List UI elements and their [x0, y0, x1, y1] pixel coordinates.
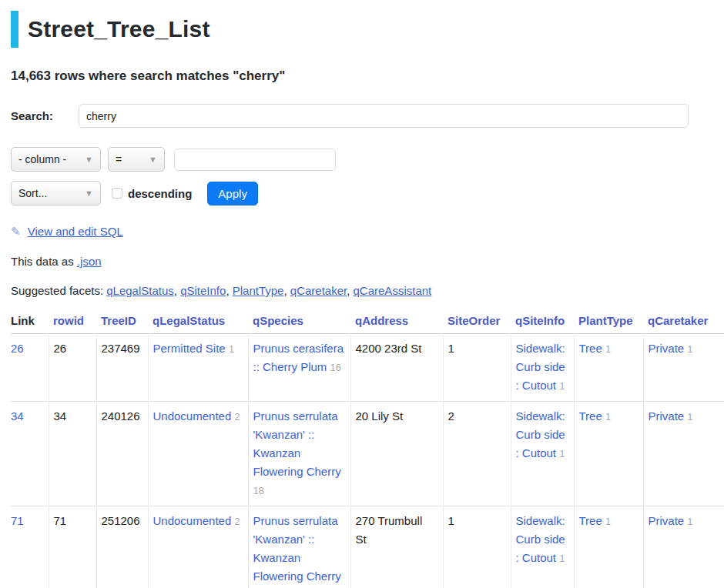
plant-type-cell: Tree 1 — [574, 506, 643, 588]
address-cell: 20 Lily St — [350, 402, 443, 506]
column-header-site-info[interactable]: qSiteInfo — [511, 309, 574, 334]
site-order-cell: 1 — [443, 506, 511, 588]
site-info-cell: Sidewalk: Curb side : Cutout 1 — [511, 402, 574, 506]
site-info-count: 1 — [559, 553, 565, 564]
address-cell: 4200 23rd St — [350, 334, 443, 402]
rowid-cell: 34 — [49, 402, 96, 506]
facets-prefix: Suggested facets: — [11, 284, 106, 297]
species-cell: Prunus cerasifera :: Cherry Plum 16 — [248, 334, 350, 402]
row-link[interactable]: 26 — [11, 342, 24, 355]
column-select[interactable]: - column - ▼ — [11, 147, 101, 172]
table-header-row: Link rowid TreeID qLegalStatus qSpecies … — [11, 309, 724, 334]
site-order-cell: 1 — [443, 334, 511, 402]
sort-row: Sort... ▼ descending Apply — [11, 181, 724, 205]
chevron-down-icon: ▼ — [85, 189, 93, 198]
legal-status-link[interactable]: Undocumented — [153, 409, 232, 423]
row-count-heading: 14,663 rows where search matches "cherry… — [11, 68, 724, 84]
legal-status-link[interactable]: Permitted Site — [153, 342, 226, 355]
search-input[interactable] — [79, 104, 689, 128]
column-select-value: - column - — [18, 153, 66, 165]
treeid-cell: 240126 — [96, 402, 148, 506]
column-header-treeid[interactable]: TreeID — [96, 309, 148, 334]
facet-link-qCaretaker[interactable]: qCaretaker — [290, 284, 347, 297]
site-info-count: 1 — [559, 448, 565, 459]
table-row: 7171251206Undocumented 2Prunus serrulata… — [11, 506, 724, 588]
species-link[interactable]: Prunus serrulata 'Kwanzan' :: Kwanzan Fl… — [253, 514, 341, 583]
facet-link-qSiteInfo[interactable]: qSiteInfo — [180, 284, 226, 297]
legal-status-cell: Undocumented 2 — [148, 402, 248, 506]
column-header-caretaker[interactable]: qCaretaker — [643, 309, 724, 334]
plant-type-cell: Tree 1 — [574, 402, 643, 506]
column-header-site-order[interactable]: SiteOrder — [443, 309, 511, 334]
legal-status-cell: Permitted Site 1 — [148, 334, 248, 402]
chevron-down-icon: ▼ — [85, 155, 93, 164]
species-count: 16 — [330, 362, 341, 373]
filter-row: - column - ▼ = ▼ — [11, 147, 724, 172]
caretaker-count: 1 — [687, 516, 692, 527]
caretaker-count: 1 — [687, 343, 692, 355]
link-cell: 34 — [11, 402, 49, 506]
plant-type-cell: Tree 1 — [574, 334, 643, 402]
species-link[interactable]: Prunus serrulata 'Kwanzan' :: Kwanzan Fl… — [253, 409, 341, 478]
page-title: Street_Tree_List — [28, 16, 210, 42]
caretaker-cell: Private 1 — [643, 402, 724, 506]
column-header-link: Link — [11, 309, 49, 334]
column-header-legal-status[interactable]: qLegalStatus — [148, 309, 248, 334]
caretaker-link[interactable]: Private — [649, 514, 685, 527]
legal-status-count: 2 — [234, 516, 240, 527]
caretaker-link[interactable]: Private — [649, 409, 685, 423]
column-header-rowid[interactable]: rowid — [49, 309, 96, 334]
table-row: 3434240126Undocumented 2Prunus serrulata… — [11, 402, 724, 506]
results-table: Link rowid TreeID qLegalStatus qSpecies … — [11, 309, 724, 588]
apply-button[interactable]: Apply — [207, 182, 258, 205]
column-header-species[interactable]: qSpecies — [248, 309, 350, 334]
row-link[interactable]: 34 — [11, 409, 24, 423]
row-link[interactable]: 71 — [11, 514, 24, 527]
facet-separator: , — [283, 284, 290, 297]
facet-separator: , — [226, 284, 232, 297]
species-count: 18 — [253, 485, 264, 496]
column-header-address[interactable]: qAddress — [350, 309, 443, 334]
rowid-cell: 26 — [49, 334, 96, 402]
view-edit-sql-link[interactable]: View and edit SQL — [28, 225, 123, 238]
address-cell: 270 Trumbull St — [350, 506, 443, 588]
table-row: 2626237469Permitted Site 1Prunus cerasif… — [11, 334, 724, 402]
legal-status-count: 2 — [234, 411, 240, 423]
treeid-cell: 237469 — [96, 334, 148, 402]
plant-type-link[interactable]: Tree — [579, 409, 602, 423]
facet-link-PlantType[interactable]: PlantType — [233, 284, 284, 297]
filter-value-input[interactable] — [174, 149, 336, 171]
plant-type-link[interactable]: Tree — [579, 514, 602, 527]
descending-label: descending — [128, 187, 192, 200]
data-as-line: This data as .json — [11, 255, 724, 268]
rowid-cell: 71 — [49, 506, 96, 588]
data-as-prefix: This data as — [11, 255, 77, 268]
json-link[interactable]: .json — [77, 255, 102, 268]
plant-type-count: 1 — [605, 411, 611, 423]
caretaker-count: 1 — [687, 411, 692, 423]
search-label: Search: — [11, 109, 79, 122]
site-order-cell: 2 — [443, 402, 511, 506]
plant-type-count: 1 — [605, 343, 611, 355]
site-info-link[interactable]: Sidewalk: Curb side : Cutout — [516, 409, 565, 459]
caretaker-link[interactable]: Private — [649, 342, 685, 355]
site-info-cell: Sidewalk: Curb side : Cutout 1 — [511, 334, 574, 402]
plant-type-link[interactable]: Tree — [579, 342, 602, 355]
facets-line: Suggested facets: qLegalStatus, qSiteInf… — [11, 284, 724, 297]
facet-link-qCareAssistant[interactable]: qCareAssistant — [354, 284, 432, 297]
species-cell: Prunus serrulata 'Kwanzan' :: Kwanzan Fl… — [248, 402, 350, 506]
legal-status-link[interactable]: Undocumented — [153, 514, 232, 527]
treeid-cell: 251206 — [96, 506, 148, 588]
pencil-icon: ✎ — [11, 225, 21, 239]
legal-status-count: 1 — [229, 343, 234, 355]
descending-checkbox[interactable] — [112, 188, 122, 199]
facet-link-qLegalStatus[interactable]: qLegalStatus — [106, 284, 174, 297]
accent-bar — [11, 11, 18, 48]
site-info-link[interactable]: Sidewalk: Curb side : Cutout — [516, 342, 565, 392]
site-info-link[interactable]: Sidewalk: Curb side : Cutout — [516, 514, 565, 564]
column-header-plant-type[interactable]: PlantType — [574, 309, 643, 334]
sort-select[interactable]: Sort... ▼ — [11, 181, 101, 205]
link-cell: 26 — [11, 334, 49, 402]
operator-select[interactable]: = ▼ — [108, 147, 165, 172]
operator-select-value: = — [116, 153, 122, 165]
